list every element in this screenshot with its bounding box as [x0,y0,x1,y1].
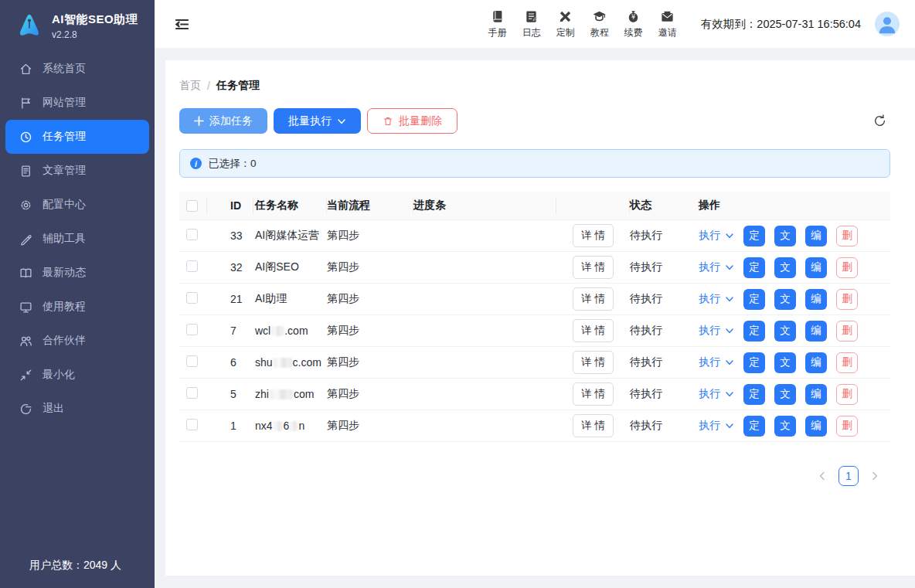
schedule-button[interactable]: 定 [743,226,765,246]
detail-button[interactable]: 详 情 [573,287,614,311]
sidebar-item-label: 配置中心 [43,198,86,212]
row-checkbox[interactable] [186,260,198,272]
delete-button[interactable]: 删 [836,384,858,405]
execute-dropdown[interactable]: 执行 [699,260,734,274]
refresh-icon[interactable] [869,110,890,132]
chevron-down-icon [725,421,734,430]
sidebar-item-tasks[interactable]: 任务管理 [5,120,149,154]
delete-button[interactable]: 删 [836,352,858,373]
sidebar-item-websites[interactable]: 网站管理 [0,86,155,120]
detail-button[interactable]: 详 情 [573,351,614,374]
renew-tool[interactable]: ¥ 续费 [621,9,647,39]
execute-dropdown[interactable]: 执行 [699,292,734,306]
next-page-icon[interactable] [867,468,883,484]
user-avatar[interactable] [875,12,900,36]
row-checkbox[interactable] [186,419,198,430]
header-detail-spacer [556,198,630,214]
prev-page-icon[interactable] [815,468,830,484]
task-name: AI助理 [253,292,327,306]
page-number[interactable]: 1 [838,466,859,486]
edit-button[interactable]: 编 [805,416,827,437]
header-flow: 当前流程 [327,198,413,214]
header-status: 状态 [630,198,694,214]
execute-dropdown[interactable]: 执行 [699,229,734,243]
batch-execute-button[interactable]: 批量执行 [274,108,361,134]
delete-button[interactable]: 删 [836,257,858,278]
task-status: 待执行 [630,324,694,338]
execute-dropdown[interactable]: 执行 [699,324,734,338]
delete-button[interactable]: 删 [836,416,858,437]
breadcrumb: 首页 / 任务管理 [179,79,890,93]
redacted-text [271,326,284,336]
sidebar-item-news[interactable]: 最新动态 [0,256,155,290]
task-status: 待执行 [630,419,694,433]
sidebar-item-articles[interactable]: 文章管理 [0,154,155,188]
sidebar-item-tutorials[interactable]: 使用教程 [0,290,155,324]
custom-tool[interactable]: 定制 [553,9,579,39]
sidebar-item-minimize[interactable]: 最小化 [0,358,155,392]
edit-button[interactable]: 编 [805,384,827,405]
execute-dropdown[interactable]: 执行 [699,387,734,401]
schedule-button[interactable]: 定 [743,289,765,310]
breadcrumb-home-link[interactable]: 首页 [179,79,201,93]
article-button[interactable]: 文 [774,289,796,310]
row-checkbox[interactable] [186,355,198,367]
row-checkbox[interactable] [186,387,198,399]
invite-tool[interactable]: 邀请 [655,9,681,39]
edit-button[interactable]: 编 [805,226,827,246]
article-button[interactable]: 文 [774,226,796,246]
task-status: 待执行 [630,387,694,401]
detail-button[interactable]: 详 情 [573,256,614,279]
tutorial-tool[interactable]: 教程 [587,9,613,39]
add-task-button[interactable]: 添加任务 [179,108,267,134]
row-checkbox[interactable] [186,324,198,335]
manual-tool[interactable]: 手册 [485,9,511,39]
edit-button[interactable]: 编 [805,257,827,278]
select-all-checkbox[interactable] [186,200,198,212]
detail-button[interactable]: 详 情 [573,414,614,437]
article-button[interactable]: 文 [774,257,796,278]
redacted-text [270,389,293,399]
schedule-button[interactable]: 定 [743,384,765,405]
schedule-button[interactable]: 定 [743,257,765,278]
execute-dropdown[interactable]: 执行 [699,419,734,433]
table-row: 6 shuc.com 第四步 详 情 待执行 执行 定 文 编 删 [179,347,890,379]
article-button[interactable]: 文 [774,321,796,342]
detail-button[interactable]: 详 情 [573,319,614,342]
plus-icon [194,116,204,126]
row-checkbox[interactable] [186,292,198,304]
row-checkbox[interactable] [186,229,198,240]
execute-dropdown[interactable]: 执行 [699,355,734,369]
sidebar-item-tools[interactable]: 辅助工具 [0,222,155,256]
sidebar-collapse-icon[interactable] [172,14,192,34]
article-button[interactable]: 文 [774,352,796,373]
edit-button[interactable]: 编 [805,352,827,373]
sidebar-item-logout[interactable]: 退出 [0,392,155,426]
user-total-text: 用户总数：2049 人 [0,559,155,588]
delete-button[interactable]: 删 [836,289,858,310]
detail-button[interactable]: 详 情 [573,224,614,247]
sidebar-item-home[interactable]: 系统首页 [0,52,155,86]
schedule-button[interactable]: 定 [743,321,765,342]
sidebar-item-partners[interactable]: 合作伙伴 [0,324,155,358]
article-button[interactable]: 文 [774,416,796,437]
article-button[interactable]: 文 [774,384,796,405]
table-body: 33 AI阁媒体运营 第四步 详 情 待执行 执行 定 文 编 删 32 AI阁… [179,220,890,442]
table-row: 33 AI阁媒体运营 第四步 详 情 待执行 执行 定 文 编 删 [179,220,890,252]
sidebar-item-config[interactable]: 配置中心 [0,188,155,222]
edit-button[interactable]: 编 [805,289,827,310]
task-status: 待执行 [630,292,694,306]
schedule-button[interactable]: 定 [743,352,765,373]
table-row: 21 AI助理 第四步 详 情 待执行 执行 定 文 编 删 [179,284,890,315]
sidebar-item-label: 退出 [43,402,64,416]
batch-delete-button[interactable]: 批量删除 [367,108,458,134]
detail-button[interactable]: 详 情 [573,382,614,406]
header-action: 操作 [694,198,890,214]
chevron-down-icon [725,389,734,399]
envelope-icon [660,9,675,24]
schedule-button[interactable]: 定 [743,416,765,437]
delete-button[interactable]: 删 [836,321,858,342]
edit-button[interactable]: 编 [805,321,827,342]
log-tool[interactable]: 日志 [519,9,545,39]
delete-button[interactable]: 删 [836,226,858,246]
